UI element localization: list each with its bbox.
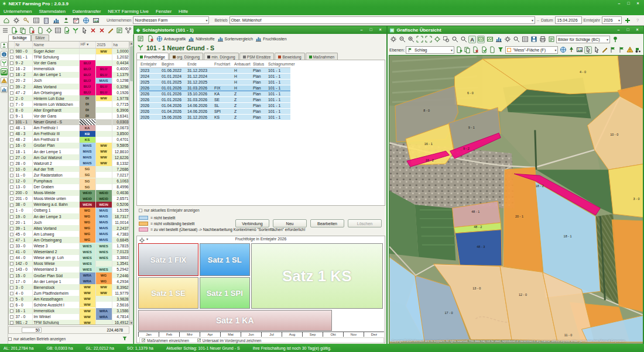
field-row-19-0[interactable]: 19 - 0An der Lempe 3WGMAIS18,7317: [9, 213, 129, 219]
field-row-47-1[interactable]: 47 - 1Am OrtseingangWGMAIS0,6845: [9, 237, 129, 243]
history-row-2[interactable]: 202501.01.202531.12.2025HPlan101 - 1: [139, 79, 290, 85]
row-checkbox[interactable]: [9, 225, 14, 231]
row-checkbox[interactable]: [9, 231, 14, 237]
target-icon[interactable]: [433, 36, 441, 43]
field-row-45-0[interactable]: 45 - 0Am LohwegWGMAIS4,7383: [9, 231, 129, 237]
gear-icon[interactable]: [12, 16, 20, 25]
module-chart-button[interactable]: [1, 86, 8, 93]
tab-psm-einsätze[interactable]: PSM Einsätze: [239, 53, 275, 60]
minimize-icon[interactable]: –: [358, 27, 365, 33]
flag-icon[interactable]: [618, 46, 625, 54]
tab-beweidung[interactable]: Beweidung: [275, 53, 304, 60]
field-row-37-0[interactable]: 37 - 0Im WinkelWWWRA4,7814: [9, 314, 129, 320]
column-header-HF[interactable]: HF ▾: [79, 42, 95, 48]
row-checkbox[interactable]: [9, 143, 14, 149]
expand-icon[interactable]: [416, 36, 423, 43]
key-icon[interactable]: [22, 16, 30, 25]
history-row-7[interactable]: 202601.04.202614.06.2026SPIZPlan101 - 1: [139, 108, 290, 114]
tab-fruchtfolge[interactable]: Fruchtfolge: [136, 53, 169, 60]
gantt-block-satz-1-ka[interactable]: Satz 1 KA: [138, 310, 332, 331]
field-row-18-1[interactable]: 18 - 1An der Lempe 1MAISWW12,8610: [9, 149, 129, 154]
verbindung-button[interactable]: Verbindung: [235, 219, 269, 227]
module-warn-button[interactable]: [1, 77, 8, 84]
add-year-icon[interactable]: [624, 16, 632, 25]
grid-icon[interactable]: [32, 16, 40, 25]
row-checkbox[interactable]: [9, 284, 14, 290]
maximize-icon[interactable]: □: [624, 27, 632, 33]
row-checkbox[interactable]: [9, 60, 14, 66]
field-row-38-0[interactable]: 38 - 0Weinberg a.d. BahnWEINWEIN0,5206: [9, 202, 129, 208]
row-checkbox[interactable]: [9, 314, 14, 320]
field-row-6-0[interactable]: 6 - 0Schöne Aussicht IWW2,5616: [9, 302, 129, 308]
history-column-schlagnummer[interactable]: Schlagnummer: [267, 61, 290, 67]
row-checkbox[interactable]: [9, 243, 14, 249]
filter-funnel-icon[interactable]: [122, 336, 128, 342]
mag-plus-icon[interactable]: [407, 36, 415, 43]
map-canvas[interactable]: 4 - 06 - 08 - 09 - 116 - 116 - 29 - 210 …: [389, 55, 643, 344]
column-header-ha[interactable]: ha: [112, 42, 129, 48]
scroll-thumb[interactable]: [130, 46, 133, 81]
maximize-icon[interactable]: □: [625, 1, 632, 6]
doc-check-icon[interactable]: [481, 46, 488, 54]
field-row-47-2[interactable]: 47 - 2Am OrtseingangBLÜBLU0,1926: [9, 89, 129, 95]
row-checkbox[interactable]: [9, 72, 14, 78]
row-checkbox[interactable]: [9, 308, 14, 314]
grid-icon[interactable]: [54, 26, 61, 34]
field-row-39-2[interactable]: 39 - 2Altes VorlandBLÜBLU0,3258: [9, 84, 129, 89]
gantt-block-satz-1-spi[interactable]: Satz 1 SPI: [200, 277, 250, 309]
globe-icon[interactable]: [82, 16, 90, 25]
cursor-icon[interactable]: [80, 26, 88, 34]
doc-x-icon[interactable]: [146, 35, 154, 43]
field-row-7-0[interactable]: 7 - 0Hinterm Loh WäldchenDI0,7715: [9, 101, 129, 107]
row-checkbox[interactable]: [9, 184, 14, 190]
gantt-block-satz-1-se[interactable]: Satz 1 SE: [138, 277, 198, 309]
field-row-48-3[interactable]: 48 - 3Am Frettholz IIIKB3,8500: [9, 131, 129, 137]
ebenen-select[interactable]: Schlag▾: [406, 46, 454, 54]
save-icon[interactable]: [530, 36, 537, 43]
minimize-icon[interactable]: –: [615, 1, 623, 6]
history-row-1[interactable]: 202401.01.202431.12.2024HPlan101 - 1: [139, 73, 290, 79]
unternehmen-select[interactable]: Nordhessen Farm▾: [133, 16, 209, 24]
field-row-20-2[interactable]: 20 - 2JochBLÜMAIS0,1298: [9, 78, 129, 84]
img-icon[interactable]: [477, 36, 485, 43]
menu-icon[interactable]: [1, 26, 9, 34]
photo-icon[interactable]: [576, 46, 583, 54]
tab-min-düngung[interactable]: min. Düngung: [204, 53, 238, 60]
warn-icon[interactable]: [626, 46, 633, 54]
row-checkbox[interactable]: [9, 202, 14, 208]
report-icon[interactable]: [115, 26, 123, 34]
menu-fenster[interactable]: Fenster: [156, 9, 172, 14]
field-row-9-1[interactable]: 9 - 1Vor der GansDI3,6341: [9, 113, 129, 119]
row-checkbox[interactable]: [9, 172, 14, 178]
erntejahr-filter-checkbox[interactable]: [139, 209, 142, 212]
mag-icon[interactable]: [512, 36, 520, 43]
field-row-44-0[interactable]: 44 - 0Wiese am gr. LohWIESWIES3,3863: [9, 255, 129, 261]
grid-icon[interactable]: [521, 36, 529, 43]
map-field-3-0[interactable]: [608, 164, 643, 218]
row-checkbox[interactable]: [9, 54, 14, 60]
row-checkbox[interactable]: [9, 131, 14, 137]
row-checkbox[interactable]: [9, 213, 14, 219]
cal-icon[interactable]: [72, 16, 80, 25]
column-header-2025[interactable]: 2025: [95, 42, 112, 48]
row-checkbox[interactable]: [9, 66, 14, 72]
column-header-select[interactable]: [9, 42, 14, 48]
row-checkbox[interactable]: [9, 166, 14, 172]
history-column-anbauart[interactable]: Anbauart: [233, 61, 252, 67]
gantt-block-satz-1-ks[interactable]: Satz 1 KS: [251, 243, 383, 309]
doc-new-icon[interactable]: [10, 26, 18, 34]
scroll-down-icon[interactable]: ▼: [129, 320, 133, 325]
doc-new-icon[interactable]: [455, 46, 463, 54]
row-checkbox[interactable]: [9, 149, 14, 154]
doc-copy-icon[interactable]: [19, 26, 26, 34]
field-row-9-2[interactable]: 9 - 2Vor der GansBLÜ0,4434: [9, 60, 129, 66]
scroll-up-icon[interactable]: ▲: [129, 41, 133, 46]
field-row-20-1[interactable]: 20 - 1JochWGMAIS11,0014: [9, 219, 129, 225]
close-icon[interactable]: ×: [633, 27, 641, 33]
row-checkbox[interactable]: [9, 95, 14, 101]
row-checkbox[interactable]: [9, 196, 14, 202]
menu-hilfe[interactable]: Hilfe: [179, 9, 188, 14]
field-row-5-0[interactable]: 5 - 0Am KesselhagenWW3,9828: [9, 296, 129, 302]
tab-org-düngung[interactable]: org. Düngung: [169, 53, 203, 60]
field-row-15-0[interactable]: 15 - 0Großer Plan SüdWRAWG7,2446: [9, 272, 129, 278]
